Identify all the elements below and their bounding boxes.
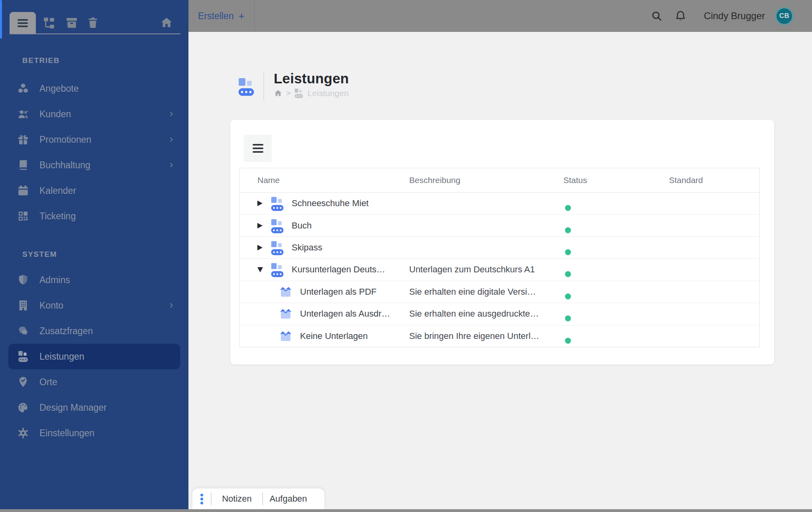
sidebar-item-kunden[interactable]: Kunden — [8, 101, 180, 127]
conveyor-icon — [271, 240, 284, 255]
kebab-menu-icon[interactable] — [200, 492, 204, 506]
avatar[interactable]: CB — [775, 7, 793, 25]
row-name: Skipass — [292, 242, 322, 253]
breadcrumb: > Leistungen — [274, 88, 349, 98]
column-header-beschreibung: Beschreibung — [409, 175, 563, 185]
column-header-standard: Standard — [669, 175, 759, 185]
hierarchy-icon[interactable] — [42, 16, 56, 30]
search-icon[interactable] — [651, 10, 663, 22]
sidebar-item-label: Admins — [39, 275, 70, 286]
row-name: Schneeschuhe Miet — [292, 198, 369, 209]
collapse-caret-icon[interactable] — [257, 267, 263, 272]
leistungen-page-icon — [238, 77, 254, 96]
archive-icon[interactable] — [65, 16, 78, 30]
open-box-icon — [279, 286, 292, 298]
sidebar-item-label: Leistungen — [39, 351, 84, 362]
palette-icon — [17, 402, 29, 414]
plus-icon: + — [238, 10, 244, 22]
sidebar-item-orte[interactable]: Orte — [8, 369, 180, 395]
leistungen-table: Name Beschreibung Status Standard Schnee… — [239, 168, 760, 347]
sidebar-nav: BETRIEB Angebote Kunden Promotionen Buch… — [0, 34, 188, 512]
chat-bubbles-icon — [17, 325, 29, 337]
sidebar-item-einstellungen[interactable]: Einstellungen — [8, 420, 180, 446]
users-icon — [17, 108, 29, 120]
chevron-right-icon — [168, 111, 175, 117]
sidebar-item-promotionen[interactable]: Promotionen — [8, 127, 180, 152]
sidebar-item-design-manager[interactable]: Design Manager — [8, 395, 180, 420]
trash-icon[interactable] — [86, 16, 100, 30]
calendar-icon — [17, 185, 29, 197]
row-name: Unterlagen als Ausdr… — [300, 309, 390, 319]
expand-caret-icon[interactable] — [257, 201, 263, 206]
sidebar-item-angebote[interactable]: Angebote — [8, 76, 180, 101]
expand-caret-icon[interactable] — [257, 245, 263, 250]
row-name: Buch — [292, 221, 312, 231]
sidebar-item-label: Design Manager — [39, 402, 107, 413]
column-header-name: Name — [240, 175, 409, 185]
app-window: BETRIEB Angebote Kunden Promotionen Buch… — [0, 0, 812, 512]
gift-icon — [17, 134, 29, 146]
bottom-edge-strip — [0, 509, 812, 512]
map-pin-icon — [17, 376, 29, 388]
sidebar-item-leistungen[interactable]: Leistungen — [8, 344, 180, 369]
tab-notizen[interactable]: Notizen — [212, 494, 262, 504]
open-box-icon — [279, 308, 292, 320]
home-icon[interactable] — [274, 89, 282, 98]
book-icon — [17, 159, 29, 171]
conveyor-icon — [271, 219, 284, 233]
table-row-child[interactable]: Unterlagen als PDF Sie erhalten eine dig… — [240, 281, 759, 303]
sidebar-item-konto[interactable]: Konto — [8, 293, 180, 318]
sidebar-item-label: Orte — [39, 377, 57, 388]
sidebar-item-label: Angebote — [39, 83, 78, 94]
table-card: Name Beschreibung Status Standard Schnee… — [230, 120, 774, 364]
conveyor-icon — [17, 351, 29, 362]
table-row-expanded[interactable]: Kursunterlagen Deuts… Unterlagen zum Deu… — [240, 259, 759, 281]
gear-icon — [17, 427, 29, 439]
table-row-child[interactable]: Keine Unterlagen Sie bringen Ihre eigene… — [240, 325, 759, 347]
expand-caret-icon[interactable] — [257, 223, 263, 228]
sidebar-item-kalender[interactable]: Kalender — [8, 178, 180, 203]
section-label-system: SYSTEM — [0, 247, 188, 262]
sidebar-item-label: Einstellungen — [39, 428, 94, 439]
sidebar-item-admins[interactable]: Admins — [8, 267, 180, 293]
table-row[interactable]: Schneeschuhe Miet — [240, 193, 759, 215]
sidebar-menu-tab[interactable] — [10, 12, 36, 34]
row-name: Keine Unterlagen — [300, 331, 368, 341]
sidebar-item-label: Konto — [39, 300, 63, 311]
conveyor-icon — [271, 196, 284, 211]
sidebar-item-label: Kalender — [39, 185, 76, 196]
row-description: Sie bringen Ihre eigenen Unterl… — [409, 331, 563, 341]
bell-icon[interactable] — [675, 10, 686, 22]
row-name: Kursunterlagen Deuts… — [292, 264, 385, 275]
row-description: Unterlagen zum Deutschkurs A1 — [409, 264, 563, 275]
table-row[interactable]: Skipass — [240, 237, 759, 259]
table-header-row: Name Beschreibung Status Standard — [240, 168, 759, 193]
table-menu-button[interactable] — [244, 135, 272, 162]
hamburger-icon — [18, 18, 28, 29]
page-title: Leistungen — [274, 71, 349, 87]
sidebar-item-zusatzfragen[interactable]: Zusatzfragen — [8, 318, 180, 344]
sidebar-item-ticketing[interactable]: Ticketing — [8, 203, 180, 229]
sidebar-item-label: Buchhaltung — [39, 160, 90, 171]
row-description: Sie erhalten eine digitale Versi… — [409, 287, 563, 297]
sidebar-item-buchhaltung[interactable]: Buchhaltung — [8, 152, 180, 178]
sidebar-toolbar — [0, 0, 188, 34]
table-row-child[interactable]: Unterlagen als Ausdr… Sie erhalten eine … — [240, 303, 759, 325]
create-button[interactable]: Erstellen + — [188, 0, 255, 32]
create-button-label: Erstellen — [198, 11, 233, 22]
table-row[interactable]: Buch — [240, 215, 759, 236]
sidebar-item-label: Kunden — [39, 109, 71, 120]
table-body: Schneeschuhe Miet Buch Skipass — [240, 193, 759, 347]
chevron-right-icon — [168, 302, 175, 309]
breadcrumb-current: Leistungen — [308, 89, 349, 98]
home-icon[interactable] — [160, 16, 173, 30]
chevron-right-icon — [168, 136, 175, 143]
title-divider — [263, 71, 264, 100]
user-name[interactable]: Cindy Brugger — [704, 10, 765, 22]
chevron-right-icon — [168, 162, 175, 168]
tab-aufgaben[interactable]: Aufgaben — [263, 494, 314, 504]
building-icon — [17, 299, 29, 311]
breadcrumb-chevron: > — [286, 89, 290, 98]
conveyor-icon — [271, 262, 284, 277]
section-label-betrieb: BETRIEB — [0, 53, 188, 68]
